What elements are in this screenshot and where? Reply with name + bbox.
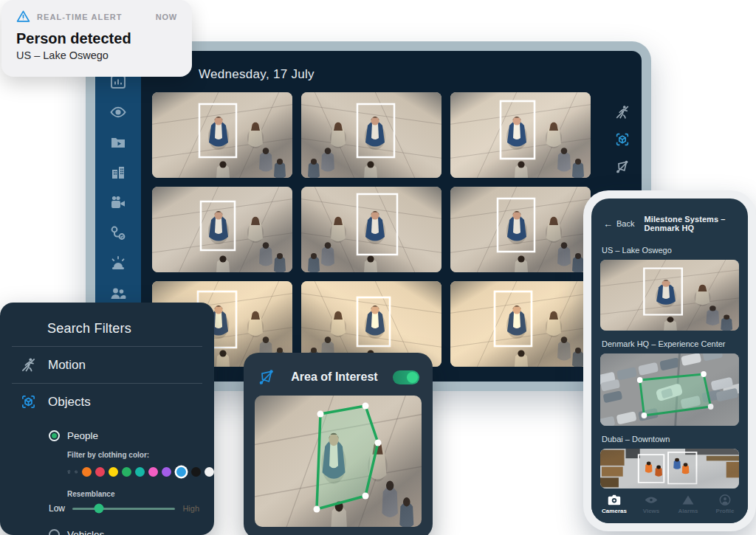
- slider-high-label: High: [182, 504, 199, 513]
- clothing-filter-label: Filter by clothing color:: [67, 451, 214, 459]
- profile-nav-icon: [718, 494, 732, 505]
- mobile-title: Milestone Systems – Denmark HQ: [644, 215, 736, 232]
- object-cube-icon: [20, 393, 37, 410]
- resemblance-slider-thumb[interactable]: [94, 504, 104, 514]
- vehicles-label: Vehicles: [67, 529, 104, 535]
- camera-grid: [152, 92, 591, 367]
- nav-cameras[interactable]: Cameras: [596, 494, 633, 514]
- area-polygon-overlay: [255, 396, 422, 527]
- object-search-icon[interactable]: [614, 131, 630, 148]
- clothing-color-swatch[interactable]: [122, 467, 131, 477]
- eye-icon[interactable]: [109, 103, 127, 121]
- panel-title: Search Filters: [0, 303, 214, 346]
- people-radio[interactable]: [49, 430, 60, 441]
- camera-icon[interactable]: [109, 194, 127, 212]
- back-button[interactable]: ←Back: [603, 219, 634, 229]
- area-of-interest-card: Area of Interest: [244, 353, 433, 535]
- camera-tile[interactable]: [450, 187, 591, 272]
- alert-label: REAL-TIME ALERT: [37, 13, 123, 21]
- warning-triangle-icon: [16, 10, 30, 24]
- resemblance-label: Resemblance: [67, 490, 214, 498]
- nav-alarms[interactable]: Alarms: [670, 494, 707, 514]
- clothing-color-swatch[interactable]: [176, 467, 186, 477]
- clothing-color-swatch[interactable]: [135, 467, 145, 477]
- recordings-icon[interactable]: [109, 134, 127, 151]
- nav-label: Profile: [716, 508, 735, 514]
- area-of-interest-toggle[interactable]: [393, 370, 419, 384]
- camera-thumbnail[interactable]: [600, 260, 739, 331]
- motion-icon: [20, 356, 37, 373]
- nav-label: Cameras: [602, 508, 627, 514]
- clothing-color-swatch[interactable]: [148, 467, 158, 477]
- clothing-color-swatch[interactable]: [95, 467, 105, 477]
- camera-tile[interactable]: [152, 187, 292, 272]
- eye-nav-icon: [645, 494, 658, 505]
- camera-tile[interactable]: [152, 92, 292, 178]
- people-icon[interactable]: [109, 285, 127, 303]
- camera-label: Dubai – Downtown: [602, 435, 738, 443]
- vehicles-radio[interactable]: [49, 529, 60, 535]
- polygon-icon: [257, 367, 276, 387]
- alarm-nav-icon: [681, 494, 695, 505]
- nav-label: Views: [643, 508, 660, 514]
- camera-label: US – Lake Oswego: [602, 246, 738, 255]
- slider-track[interactable]: [72, 508, 175, 510]
- clothing-color-swatch[interactable]: [109, 467, 118, 477]
- clothing-color-swatch[interactable]: [191, 467, 201, 477]
- camera-nav-icon: [608, 494, 621, 505]
- alert-location: US – Lake Oswego: [16, 49, 177, 61]
- clothing-color-swatch[interactable]: [205, 467, 214, 477]
- camera-label: Denmark HQ – Experience Center: [602, 339, 738, 348]
- motion-search-icon[interactable]: [614, 104, 630, 120]
- camera-list: US – Lake Oswego Denmark HQ – Experience…: [591, 246, 748, 489]
- no-color-icon[interactable]: [75, 466, 78, 478]
- camera-tile[interactable]: [301, 92, 441, 178]
- back-arrow-icon: ←: [603, 219, 613, 229]
- composition: Wednesday, 17 July Search Filters Motion…: [0, 0, 756, 535]
- people-option[interactable]: People: [49, 430, 214, 441]
- mobile-bottom-nav: Cameras Views Alarms Profile: [591, 489, 748, 523]
- search-filters-panel: Search Filters Motion Objects People Fil…: [0, 303, 214, 535]
- filter-objects[interactable]: Objects: [0, 384, 214, 420]
- camera-tile[interactable]: [450, 92, 591, 178]
- filter-objects-label: Objects: [48, 395, 91, 410]
- alert-time: NOW: [156, 13, 177, 21]
- nav-profile[interactable]: Profile: [707, 494, 743, 514]
- area-of-interest-preview[interactable]: [255, 396, 422, 527]
- tshirt-icon[interactable]: [67, 465, 71, 479]
- nav-label: Alarms: [678, 508, 698, 514]
- date-header: Wednesday, 17 July: [199, 67, 315, 82]
- area-of-interest-icon[interactable]: [614, 159, 630, 175]
- alarm-icon[interactable]: [109, 255, 127, 272]
- alert-title: Person detected: [16, 30, 177, 47]
- vehicles-option[interactable]: Vehicles: [49, 529, 214, 535]
- resemblance-slider[interactable]: Low High: [49, 503, 199, 514]
- clothing-color-swatch[interactable]: [162, 467, 171, 477]
- filter-motion-label: Motion: [48, 358, 86, 373]
- sites-icon[interactable]: [109, 164, 127, 182]
- camera-tile[interactable]: [301, 187, 441, 272]
- camera-thumbnail[interactable]: [600, 353, 739, 426]
- area-of-interest-title: Area of Interest: [276, 370, 393, 384]
- filter-motion[interactable]: Motion: [0, 347, 214, 383]
- camera-tile[interactable]: [450, 281, 591, 367]
- mobile-screen: ←Back Milestone Systems – Denmark HQ US …: [591, 199, 748, 523]
- alert-notification[interactable]: REAL-TIME ALERT NOW Person detected US –…: [1, 0, 192, 77]
- nav-views[interactable]: Views: [633, 494, 670, 514]
- mobile-header: ←Back Milestone Systems – Denmark HQ: [591, 199, 748, 237]
- alert-header: REAL-TIME ALERT NOW: [16, 10, 177, 24]
- clothing-color-swatch[interactable]: [82, 467, 92, 477]
- rules-icon[interactable]: [109, 224, 127, 242]
- people-label: People: [67, 430, 98, 441]
- slider-low-label: Low: [49, 503, 65, 514]
- back-label: Back: [616, 219, 634, 228]
- mobile-app: ←Back Milestone Systems – Denmark HQ US …: [583, 190, 756, 531]
- camera-thumbnail[interactable]: [600, 449, 739, 489]
- search-tools-rail: [614, 104, 630, 175]
- clothing-color-swatches: [67, 465, 214, 479]
- area-of-interest-header: Area of Interest: [255, 362, 422, 396]
